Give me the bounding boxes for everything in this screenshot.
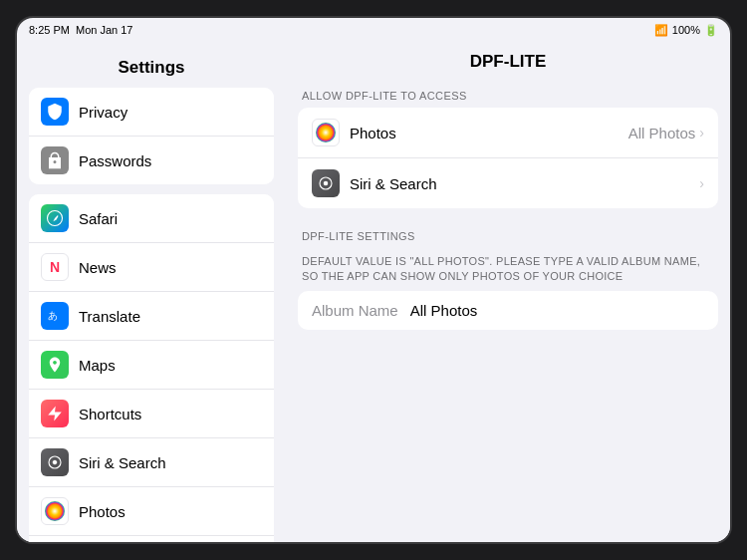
news-label: News	[79, 259, 117, 276]
sidebar-item-siri[interactable]: Siri & Search	[29, 438, 274, 487]
passwords-icon	[41, 146, 69, 174]
sidebar-item-photos[interactable]: Photos	[29, 487, 274, 536]
svg-point-3	[45, 501, 65, 521]
shortcuts-icon	[41, 400, 69, 427]
translate-label: Translate	[79, 308, 140, 325]
album-value: All Photos	[410, 302, 478, 319]
safari-icon	[41, 204, 69, 232]
photos-label: Photos	[79, 503, 125, 520]
album-group: Album Name All Photos	[298, 291, 718, 330]
sidebar-group-2: Safari N News あ Translate	[29, 194, 274, 544]
maps-label: Maps	[79, 357, 116, 374]
translate-icon: あ	[41, 302, 69, 330]
sidebar: Settings Privacy Passwords	[17, 42, 286, 544]
svg-point-9	[324, 181, 329, 186]
date: Mon Jan 17	[76, 24, 132, 36]
sidebar-item-news[interactable]: N News	[29, 243, 274, 292]
battery-percent: 100%	[672, 24, 700, 36]
battery-icon: 🔋	[704, 24, 718, 37]
siri-icon	[41, 448, 69, 476]
access-group: Photos All Photos › Siri & Search ›	[298, 108, 718, 208]
status-bar: 8:25 PM Mon Jan 17 📶 100% 🔋	[17, 18, 730, 42]
status-left: 8:25 PM Mon Jan 17	[29, 24, 132, 36]
album-label: Album Name	[312, 302, 398, 319]
wifi-icon: 📶	[654, 24, 668, 37]
sidebar-item-maps[interactable]: Maps	[29, 341, 274, 390]
sidebar-group-1: Privacy Passwords	[29, 88, 274, 184]
status-right: 📶 100% 🔋	[654, 24, 718, 37]
sidebar-title: Settings	[17, 52, 286, 88]
sidebar-item-translate[interactable]: あ Translate	[29, 292, 274, 341]
passwords-label: Passwords	[79, 152, 151, 169]
photos-row-icon	[312, 119, 340, 146]
siri-row-icon	[312, 169, 340, 197]
privacy-label: Privacy	[79, 104, 127, 121]
safari-label: Safari	[79, 210, 118, 227]
settings-row-photos[interactable]: Photos All Photos ›	[298, 108, 718, 158]
sidebar-item-shortcuts[interactable]: Shortcuts	[29, 390, 274, 438]
svg-point-7	[316, 123, 336, 142]
main-panel: DPF-LITE ALLOW DPF-LITE TO ACCESS Photos…	[286, 42, 730, 544]
sidebar-item-gamecenter[interactable]: Game Center	[29, 536, 274, 544]
news-icon: N	[41, 253, 69, 281]
photos-row-value: All Photos	[628, 125, 696, 141]
sidebar-item-passwords[interactable]: Passwords	[29, 137, 274, 184]
shortcuts-label: Shortcuts	[79, 406, 141, 422]
photos-chevron-icon: ›	[699, 125, 704, 140]
maps-icon	[41, 351, 69, 379]
content-area: Settings Privacy Passwords	[17, 42, 730, 544]
siri-chevron-icon: ›	[699, 175, 704, 191]
settings-note: DEFAULT VALUE IS "ALL PHOTOS". PLEASE TY…	[286, 248, 730, 291]
siri-row-label: Siri & Search	[350, 175, 699, 192]
photos-row-label: Photos	[350, 125, 628, 141]
section-label-access: ALLOW DPF-LITE TO ACCESS	[286, 80, 730, 108]
section-label-settings: DPF-LITE SETTINGS	[286, 220, 730, 248]
settings-row-siri[interactable]: Siri & Search ›	[298, 158, 718, 208]
privacy-icon	[41, 98, 69, 126]
ipad-frame: 8:25 PM Mon Jan 17 📶 100% 🔋 Settings Pri…	[15, 16, 732, 544]
siri-label: Siri & Search	[79, 454, 166, 471]
main-title: DPF-LITE	[286, 42, 730, 80]
svg-text:あ: あ	[48, 310, 58, 321]
album-name-row: Album Name All Photos	[298, 291, 718, 330]
photos-icon	[41, 497, 69, 525]
sidebar-item-privacy[interactable]: Privacy	[29, 88, 274, 137]
sidebar-item-safari[interactable]: Safari	[29, 194, 274, 243]
time: 8:25 PM	[29, 24, 70, 36]
